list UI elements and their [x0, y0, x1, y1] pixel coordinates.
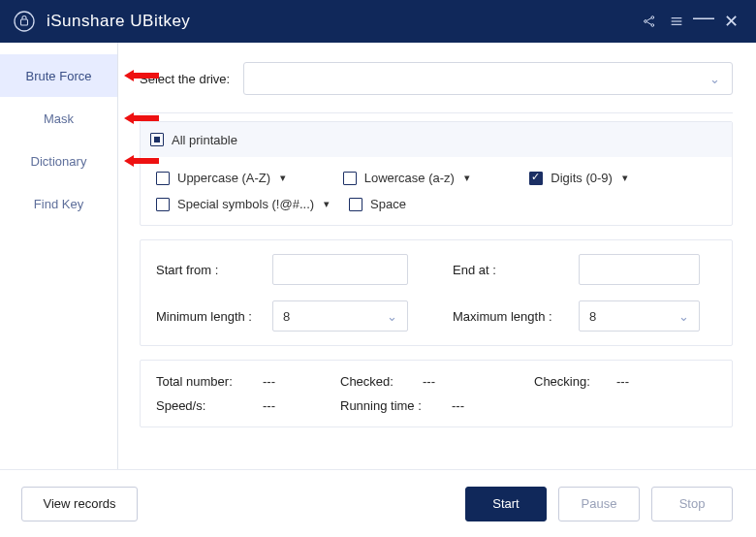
divider: [140, 112, 733, 113]
svg-point-3: [651, 16, 654, 19]
sidebar-item-brute-force[interactable]: Brute Force: [0, 54, 117, 97]
special-label: Special symbols (!@#...): [177, 197, 314, 211]
end-at-label: End at :: [453, 263, 579, 277]
checked-label: Checked:: [340, 374, 413, 389]
special-checkbox[interactable]: [156, 198, 170, 211]
sidebar: Brute Force Mask Dictionary Find Key: [0, 43, 118, 469]
view-records-button[interactable]: View records: [21, 487, 138, 521]
charset-panel: All printable Uppercase (A-Z) ▾ Lowercas…: [140, 121, 733, 226]
chevron-down-icon[interactable]: ▾: [324, 198, 330, 210]
chevron-down-icon: ⌄: [387, 309, 397, 324]
checked-value: ---: [423, 374, 461, 389]
digits-label: Digits (0-9): [551, 171, 613, 185]
checking-value: ---: [616, 374, 655, 389]
uppercase-checkbox[interactable]: [156, 172, 170, 185]
svg-line-6: [646, 22, 651, 25]
start-from-label: Start from :: [156, 263, 272, 277]
lowercase-label: Lowercase (a-z): [364, 171, 455, 185]
sidebar-item-find-key[interactable]: Find Key: [0, 182, 117, 225]
space-checkbox[interactable]: [349, 198, 362, 211]
sidebar-item-label: Brute Force: [26, 69, 92, 83]
sidebar-item-dictionary[interactable]: Dictionary: [0, 140, 117, 182]
start-from-input[interactable]: [272, 254, 408, 285]
app-logo-icon: [12, 9, 37, 34]
svg-line-5: [646, 18, 651, 21]
footer: View records Start Pause Stop: [0, 469, 756, 537]
svg-point-0: [15, 12, 34, 31]
start-button[interactable]: Start: [465, 487, 547, 521]
svg-rect-1: [21, 19, 28, 25]
svg-point-2: [645, 20, 647, 23]
max-length-label: Maximum length :: [453, 309, 579, 324]
lowercase-checkbox[interactable]: [343, 172, 357, 185]
max-length-select[interactable]: 8⌄: [579, 300, 700, 332]
content: Select the drive: ⌄ All printable Upperc…: [118, 43, 756, 469]
drive-label: Select the drive:: [140, 72, 230, 86]
speed-label: Speed/s:: [156, 398, 253, 413]
sidebar-item-label: Dictionary: [31, 154, 87, 169]
total-value: ---: [263, 374, 301, 389]
digits-checkbox[interactable]: [529, 172, 543, 185]
chevron-down-icon[interactable]: ▾: [280, 172, 286, 184]
minimize-icon[interactable]: —: [690, 8, 717, 35]
stats-panel: Total number:--- Checked:--- Checking:--…: [140, 360, 733, 427]
speed-value: ---: [263, 398, 301, 413]
uppercase-label: Uppercase (A-Z): [177, 171, 270, 185]
runtime-label: Running time :: [340, 398, 442, 413]
svg-point-4: [651, 24, 654, 27]
sidebar-item-mask[interactable]: Mask: [0, 97, 117, 140]
space-label: Space: [370, 197, 406, 211]
limits-panel: Start from : End at : Minimum length : 8…: [140, 239, 733, 346]
total-label: Total number:: [156, 374, 253, 389]
chevron-down-icon[interactable]: ▾: [464, 172, 470, 184]
menu-icon[interactable]: [663, 8, 690, 35]
share-icon[interactable]: [636, 8, 663, 35]
close-icon[interactable]: ✕: [717, 8, 744, 35]
chevron-down-icon[interactable]: ▾: [622, 172, 628, 184]
checking-label: Checking:: [534, 374, 607, 389]
pause-button[interactable]: Pause: [558, 487, 640, 521]
stop-button[interactable]: Stop: [651, 487, 733, 521]
app-title: iSunshare UBitkey: [47, 12, 636, 31]
sidebar-item-label: Mask: [44, 111, 74, 126]
drive-select[interactable]: ⌄: [243, 62, 733, 95]
all-printable-checkbox[interactable]: [150, 133, 164, 146]
all-printable-label: All printable: [172, 133, 237, 147]
chevron-down-icon: ⌄: [709, 72, 720, 86]
runtime-value: ---: [452, 398, 490, 413]
titlebar: iSunshare UBitkey — ✕: [0, 0, 756, 43]
chevron-down-icon: ⌄: [678, 309, 689, 324]
min-length-select[interactable]: 8⌄: [272, 300, 408, 332]
sidebar-item-label: Find Key: [34, 197, 83, 211]
min-length-label: Minimum length :: [156, 309, 272, 324]
end-at-input[interactable]: [579, 254, 700, 285]
